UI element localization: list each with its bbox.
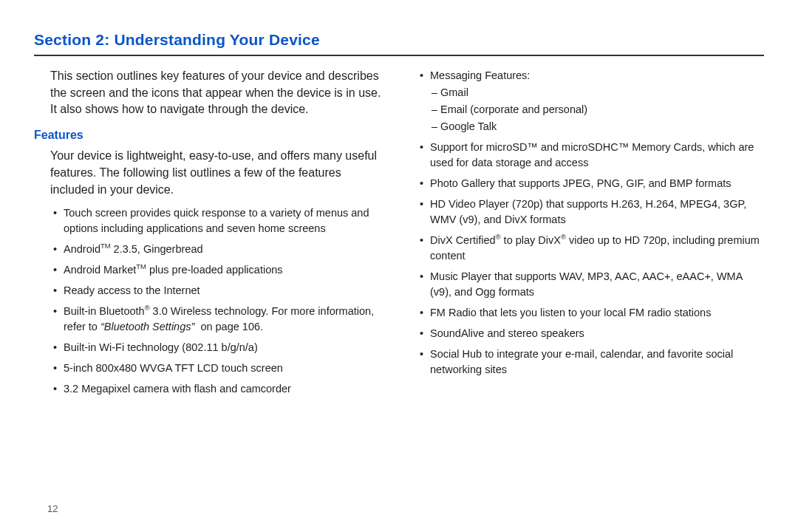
features-list-left: Touch screen provides quick response to … [34,205,384,397]
manual-page: Section 2: Understanding Your Device Thi… [0,0,798,532]
list-item: Touch screen provides quick response to … [64,205,384,236]
right-column: Messaging Features:GmailEmail (corporate… [414,68,764,402]
list-item: Messaging Features:GmailEmail (corporate… [430,68,764,134]
left-column: This section outlines key features of yo… [34,68,384,402]
features-intro: Your device is lightweight, easy-to-use,… [34,148,384,198]
list-item: Support for microSD™ and microSDHC™ Memo… [430,140,764,171]
sublist-item: Gmail [432,85,761,100]
list-item: 3.2 Megapixel camera with flash and camc… [64,381,384,397]
sublist-item: Email (corporate and personal) [432,102,761,117]
features-heading: Features [34,129,384,142]
list-item: FM Radio that lets you listen to your lo… [430,305,764,321]
sublist: GmailEmail (corporate and personal)Googl… [430,85,761,134]
list-item: AndroidTM 2.3.5, Gingerbread [64,242,384,257]
list-item: Built-in Wi-Fi technology (802.11 b/g/n/… [64,340,384,355]
section-title: Section 2: Understanding Your Device [34,31,764,56]
list-item: Android MarketTM plus pre-loaded applica… [64,262,384,278]
list-item: Photo Gallery that supports JPEG, PNG, G… [430,176,764,191]
list-item: Built-in Bluetooth® 3.0 Wireless technol… [64,304,384,335]
list-item: SoundAlive and stereo speakers [430,326,764,341]
list-item: Music Player that supports WAV, MP3, AAC… [430,269,764,300]
list-item: Social Hub to integrate your e-mail, cal… [430,347,764,378]
section-intro: This section outlines key features of yo… [34,68,384,118]
list-item: HD Video Player (720p) that supports H.2… [430,197,764,228]
page-number: 12 [47,503,58,514]
two-column-layout: This section outlines key features of yo… [34,68,764,402]
list-item: Ready access to the Internet [64,283,384,299]
features-list-right: Messaging Features:GmailEmail (corporate… [414,68,764,378]
list-item: 5-inch 800x480 WVGA TFT LCD touch screen [64,361,384,376]
sublist-item: Google Talk [432,119,761,134]
list-item: DivX Certified® to play DivX® video up t… [430,233,764,264]
